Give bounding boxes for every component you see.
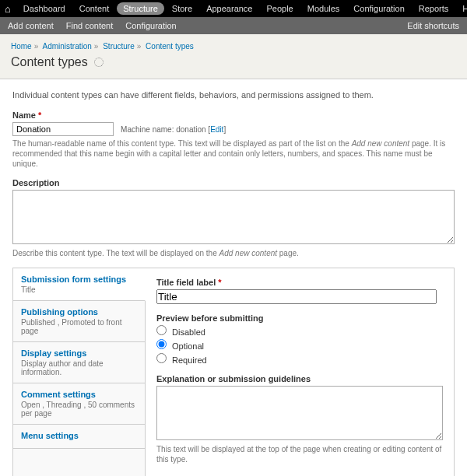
shortcut-links: Add content Find content Configuration bbox=[8, 21, 407, 30]
tab-summary: Display author and date information. bbox=[21, 359, 137, 376]
menu-structure[interactable]: Structure bbox=[117, 2, 164, 15]
preview-options: Disabled Optional Required bbox=[156, 325, 443, 365]
admin-toolbar: ⌂ Dashboard Content Structure Store Appe… bbox=[0, 0, 467, 17]
breadcrumb-content-types[interactable]: Content types bbox=[146, 42, 194, 51]
tab-display-settings[interactable]: Display settings Display author and date… bbox=[13, 342, 145, 383]
name-help: The human-readable name of this content … bbox=[12, 138, 455, 169]
tab-title: Submission form settings bbox=[21, 275, 137, 284]
tab-summary: Open , Threading , 50 comments per page bbox=[21, 401, 137, 418]
page-header: Home» Administration» Structure» Content… bbox=[0, 34, 467, 79]
menu-content[interactable]: Content bbox=[73, 2, 116, 15]
tab-menu-settings[interactable]: Menu settings bbox=[13, 425, 145, 449]
home-icon[interactable]: ⌂ bbox=[5, 3, 11, 15]
shortcut-configuration[interactable]: Configuration bbox=[125, 21, 176, 30]
tab-title: Comment settings bbox=[21, 390, 137, 399]
name-input[interactable] bbox=[12, 122, 114, 136]
tab-title: Menu settings bbox=[21, 431, 137, 440]
machine-name-edit-link[interactable]: Edit bbox=[210, 125, 223, 134]
menu-reports[interactable]: Reports bbox=[413, 2, 455, 15]
tab-title: Display settings bbox=[21, 348, 137, 358]
tab-publishing-options[interactable]: Publishing options Published , Promoted … bbox=[13, 301, 145, 342]
menu-people[interactable]: People bbox=[260, 2, 299, 15]
preview-option-required[interactable]: Required bbox=[156, 353, 443, 365]
menu-dashboard[interactable]: Dashboard bbox=[17, 2, 72, 15]
title-field-input[interactable] bbox=[156, 289, 437, 304]
breadcrumb: Home» Administration» Structure» Content… bbox=[11, 42, 456, 51]
main-content: Individual content types can have differ… bbox=[0, 79, 467, 476]
menu-help[interactable]: Help bbox=[456, 2, 467, 15]
menu-store[interactable]: Store bbox=[166, 2, 198, 15]
preview-before-submitting: Preview before submitting Disabled Optio… bbox=[156, 313, 443, 365]
description-label: Description bbox=[12, 178, 455, 187]
vertical-tabs-pane: Title field label * Preview before submi… bbox=[146, 268, 454, 476]
menu-appearance[interactable]: Appearance bbox=[200, 2, 258, 15]
tab-summary: Title bbox=[21, 285, 137, 294]
description-field: Description Describe this content type. … bbox=[12, 178, 455, 258]
vertical-tabs-list: Submission form settings Title Publishin… bbox=[13, 268, 146, 476]
name-field: Name * Machine name: donation [Edit] The… bbox=[12, 110, 455, 169]
preview-option-optional[interactable]: Optional bbox=[156, 339, 443, 351]
guidelines-input[interactable] bbox=[156, 386, 443, 440]
breadcrumb-structure[interactable]: Structure bbox=[103, 42, 135, 51]
title-field-label-item: Title field label * bbox=[156, 278, 443, 304]
preview-label: Preview before submitting bbox=[156, 313, 443, 323]
guidelines-help: This text will be displayed at the top o… bbox=[156, 444, 443, 464]
breadcrumb-home[interactable]: Home bbox=[11, 42, 32, 51]
menu-configuration[interactable]: Configuration bbox=[347, 2, 410, 15]
gear-icon[interactable] bbox=[94, 58, 104, 67]
page-title: Content types bbox=[11, 55, 456, 69]
guidelines-item: Explanation or submission guidelines Thi… bbox=[156, 374, 443, 464]
breadcrumb-administration[interactable]: Administration bbox=[42, 42, 91, 51]
tab-title: Publishing options bbox=[21, 307, 137, 317]
description-help: Describe this content type. The text wil… bbox=[12, 248, 455, 258]
vertical-tabs: Submission form settings Title Publishin… bbox=[12, 268, 455, 476]
toolbar-menu: Dashboard Content Structure Store Appear… bbox=[17, 2, 467, 15]
tab-comment-settings[interactable]: Comment settings Open , Threading , 50 c… bbox=[13, 383, 145, 425]
tab-summary: Published , Promoted to front page bbox=[21, 318, 137, 335]
shortcut-find-content[interactable]: Find content bbox=[66, 21, 114, 30]
title-field-label: Title field label * bbox=[156, 278, 443, 287]
menu-modules[interactable]: Modules bbox=[301, 2, 346, 15]
edit-shortcuts-link[interactable]: Edit shortcuts bbox=[407, 21, 459, 30]
name-label: Name * bbox=[12, 110, 455, 120]
page-title-text: Content types bbox=[11, 55, 88, 69]
shortcut-add-content[interactable]: Add content bbox=[8, 21, 54, 30]
preview-option-disabled[interactable]: Disabled bbox=[156, 325, 443, 337]
tab-submission-form-settings[interactable]: Submission form settings Title bbox=[13, 268, 146, 301]
intro-text: Individual content types can have differ… bbox=[12, 90, 455, 100]
guidelines-label: Explanation or submission guidelines bbox=[156, 374, 443, 383]
shortcut-bar: Add content Find content Configuration E… bbox=[0, 17, 467, 34]
machine-name: Machine name: donation [Edit] bbox=[121, 125, 226, 134]
description-input[interactable] bbox=[12, 190, 455, 244]
